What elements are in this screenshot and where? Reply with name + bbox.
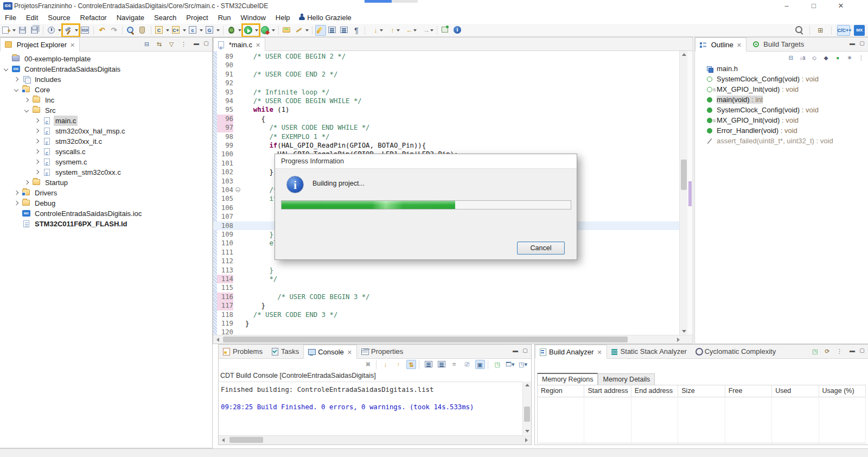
outline-item-main-h[interactable]: main.h	[695, 64, 868, 74]
column-header-region[interactable]: Region	[538, 385, 584, 397]
chevron-right-icon[interactable]	[35, 139, 39, 143]
tree-item-debug[interactable]: Debug	[0, 198, 212, 208]
chevron-right-icon[interactable]	[35, 149, 39, 154]
minimize-button[interactable]: –	[778, 1, 795, 11]
tab-problems[interactable]: Problems	[219, 345, 267, 359]
tree-item-stm32c0xx-hal-msp-c[interactable]: stm32c0xx_hal_msp.c	[0, 126, 212, 136]
tab-project-explorer[interactable]: Project Explorer✕	[0, 37, 80, 52]
chevron-down-icon[interactable]	[14, 87, 18, 92]
link-with-editor-icon[interactable]: ⇆	[155, 40, 164, 49]
menu-window[interactable]: Window	[236, 12, 271, 23]
tree-item-controleentradasaidasdigitais-ioc[interactable]: MXControleEntradaSaidasDigitais.ioc	[0, 208, 212, 219]
maximize-console-icon[interactable]: ▢	[521, 347, 529, 354]
column-header-end-address[interactable]: End address	[631, 385, 678, 397]
code-line-116[interactable]: 116 /* USER CODE BEGIN 3 */	[213, 293, 693, 301]
column-header-used[interactable]: Used	[772, 385, 819, 397]
new-c-file-button[interactable]: c	[188, 25, 203, 36]
menu-refactor[interactable]: Refactor	[75, 12, 112, 23]
search-button[interactable]	[794, 25, 804, 36]
maximize-outline-icon[interactable]: ▢	[858, 40, 866, 47]
editor-tab-main-c[interactable]: *main.c✕	[213, 37, 265, 52]
code-line-99[interactable]: 99 if(HAL_GPIO_ReadPin(GPIOA, BOTAO_Pin)…	[213, 141, 693, 150]
terminate-icon[interactable]: ✖	[363, 360, 373, 369]
block-selection-button[interactable]	[339, 25, 350, 36]
launch-history-button[interactable]	[46, 25, 62, 36]
code-line-97[interactable]: 97 /* USER CODE END WHILE */	[213, 123, 693, 132]
tree-item-includes[interactable]: Includes	[0, 74, 212, 85]
open-console-icon[interactable]: 🗔▾	[505, 360, 515, 369]
editor-horizontal-scrollbar[interactable]	[213, 335, 693, 344]
chevron-right-icon[interactable]	[14, 201, 18, 205]
overview-ruler[interactable]	[687, 51, 693, 335]
code-line-120[interactable]: 120	[213, 328, 693, 335]
code-line-115[interactable]: 115	[213, 283, 693, 292]
device-config-button[interactable]: G	[205, 25, 220, 36]
link-wand-button[interactable]	[293, 25, 309, 36]
link-with-editor-button[interactable]	[327, 25, 338, 36]
previous-edit-button[interactable]: ↑	[385, 25, 400, 36]
tree-item-stm32c0xx-it-c[interactable]: stm32c0xx_it.c	[0, 136, 212, 147]
tree-item-00-exemplo-template[interactable]: 00-exemplo-template	[0, 54, 212, 64]
open-perspective-button[interactable]: ⊞	[815, 25, 826, 36]
menu-file[interactable]: File	[0, 12, 21, 23]
maximize-button[interactable]: □	[806, 1, 822, 11]
tab-console[interactable]: Console✕	[303, 345, 357, 359]
follow-output-icon[interactable]: ⇅	[406, 360, 416, 369]
code-line-94[interactable]: 94 /* USER CODE BEGIN WHILE */	[213, 97, 693, 105]
menu-run[interactable]: Run	[213, 12, 236, 23]
code-line-89[interactable]: 89 /* USER CODE BEGIN 2 */	[213, 52, 693, 61]
code-line-118[interactable]: 118 /* USER CODE END 3 */	[213, 310, 693, 319]
view-menu-icon[interactable]: ⋮	[835, 347, 844, 356]
next-console-icon[interactable]: ↓	[381, 360, 391, 369]
code-line-90[interactable]: 90	[213, 61, 693, 69]
cpp-perspective-button[interactable]: C/C++	[837, 25, 850, 36]
clear-console-icon[interactable]: ⎚	[462, 360, 472, 369]
chevron-down-icon[interactable]	[4, 67, 8, 71]
filter-icon[interactable]: ▽	[167, 40, 176, 49]
tree-item-syscalls-c[interactable]: syscalls.c	[0, 147, 212, 157]
info-button[interactable]: i	[452, 25, 463, 36]
tree-item-core[interactable]: Core	[0, 85, 212, 95]
hide-static-icon[interactable]: ◆	[821, 54, 831, 62]
mark-occurrences-button[interactable]	[315, 25, 326, 36]
scroll-lock-icon[interactable]	[437, 360, 446, 369]
close-tab-icon[interactable]: ✕	[347, 349, 352, 356]
hide-non-public-icon[interactable]: ●	[833, 54, 843, 62]
collapse-all-icon[interactable]: ⊟	[786, 54, 795, 62]
code-line-114[interactable]: 114 */	[213, 275, 693, 283]
tree-item-system-stm32c0xx-c[interactable]: system_stm32c0xx.c	[0, 167, 212, 177]
close-button[interactable]: ✕	[833, 1, 849, 11]
chevron-right-icon[interactable]	[24, 98, 29, 102]
menu-help[interactable]: Help	[271, 12, 295, 23]
sort-icon[interactable]: ↓a	[798, 54, 807, 62]
outline-item-assert-failed-uint8-t-uint32-t-[interactable]: assert_failed(uint8_t*, uint32_t) : void	[695, 136, 868, 146]
tab-outline[interactable]: Outline✕	[695, 37, 746, 52]
subtab-memory-details[interactable]: Memory Details	[598, 373, 655, 385]
tab-cyclomatic-complexity[interactable]: Cyclomatic Complexity	[691, 345, 780, 359]
new-cpp-class-button[interactable]: C+	[171, 25, 187, 36]
code-line-95[interactable]: 95 while (1)	[213, 105, 693, 114]
outline-item-error-handler-void-[interactable]: Error_Handler(void) : void	[695, 125, 868, 136]
new-console-icon[interactable]: ◳▾	[518, 360, 528, 369]
tree-item-src[interactable]: Src	[0, 105, 212, 116]
console-output[interactable]: Finished building: ControleEntradaSaidas…	[219, 382, 522, 435]
tab-build-analyzer[interactable]: Build Analyzer✕	[535, 345, 607, 359]
back-button[interactable]: ←	[401, 25, 417, 36]
code-line-93[interactable]: 93 /* Infinite loop */	[213, 88, 693, 97]
code-line-119[interactable]: 119}	[213, 319, 693, 328]
close-tab-icon[interactable]: ✕	[597, 349, 602, 356]
menu-source[interactable]: Source	[43, 12, 75, 23]
tree-item-stm32c011f6px-flash-ld[interactable]: STM32C011F6PX_FLASH.ld	[0, 219, 212, 229]
outline-item-main-void-[interactable]: main(void) : int	[695, 94, 868, 105]
code-line-96[interactable]: 96 {	[213, 115, 693, 123]
outline-item-systemclock-config-void-[interactable]: SystemClock_Config(void) : void	[695, 105, 868, 115]
close-editor-tab-icon[interactable]: ✕	[256, 42, 260, 48]
minimize-console-icon[interactable]: ▬	[512, 347, 519, 354]
undo-button[interactable]: ↶	[97, 25, 107, 36]
console-vertical-scrollbar[interactable]	[522, 382, 531, 435]
outline-item-mx-gpio-init-void-[interactable]: SMX_GPIO_Init(void) : void	[695, 115, 868, 125]
redo-button[interactable]: ↷	[108, 25, 119, 36]
console-horizontal-scrollbar[interactable]	[219, 435, 531, 445]
show-whitespace-button[interactable]: ¶	[351, 25, 362, 36]
build-button[interactable]	[63, 25, 79, 36]
